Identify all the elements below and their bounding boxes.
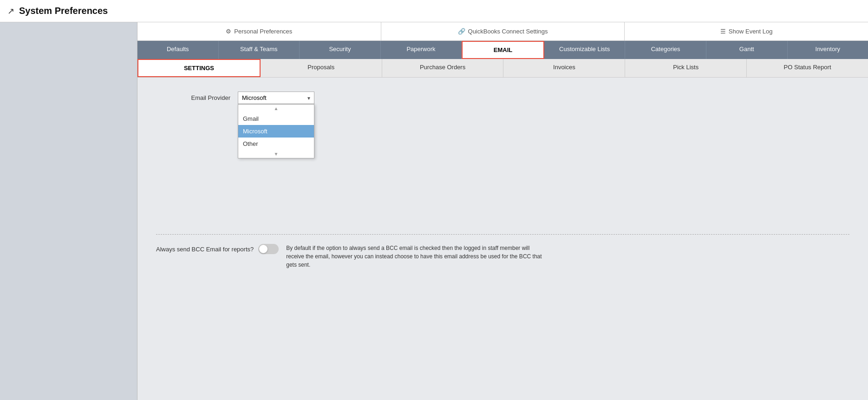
subtab-proposals[interactable]: Proposals [261,59,382,77]
nav-categories[interactable]: Categories [625,41,706,59]
scroll-up-icon: ▲ [238,105,314,112]
nav-customizable-lists[interactable]: Customizable Lists [544,41,626,59]
email-provider-row: Email Provider Microsoft ▼ ▲ Gmail Micro… [156,92,849,104]
sub-nav: SETTINGS Proposals Purchase Orders Invoi… [137,59,868,78]
nav-gantt[interactable]: Gantt [706,41,788,59]
option-microsoft[interactable]: Microsoft [238,125,314,138]
content-panel: Email Provider Microsoft ▼ ▲ Gmail Micro… [137,78,868,400]
external-link-icon: ↗ [7,6,14,16]
section-divider [156,234,849,235]
tab-personal-preferences[interactable]: ⚙ Personal Preferences [137,22,381,40]
nav-inventory[interactable]: Inventory [788,41,868,59]
content-area: ⚙ Personal Preferences 🔗 QuickBooks Conn… [137,22,868,400]
list-icon: ☰ [720,28,726,35]
nav-staff-teams[interactable]: Staff & Teams [219,41,300,59]
bcc-toggle[interactable] [258,244,279,254]
email-provider-dropdown-menu: ▲ Gmail Microsoft Other ▼ [238,104,314,158]
bcc-row: Always send BCC Email for reports? By de… [156,244,849,269]
bcc-description: By default if the option to always send … [286,244,546,269]
nav-email[interactable]: EMAIL [462,41,544,59]
bcc-label-group: Always send BCC Email for reports? [156,244,279,254]
bcc-label: Always send BCC Email for reports? [156,246,254,253]
page-title: System Preferences [19,6,108,16]
sidebar [0,22,137,400]
nav-paperwork[interactable]: Paperwork [381,41,462,59]
subtab-po-status-report[interactable]: PO Status Report [747,59,868,77]
main-layout: ⚙ Personal Preferences 🔗 QuickBooks Conn… [0,22,868,400]
scroll-down-icon: ▼ [238,150,314,158]
subtab-purchase-orders[interactable]: Purchase Orders [382,59,504,77]
quickbooks-label: QuickBooks Connect Settings [468,28,548,35]
subtab-pick-lists[interactable]: Pick Lists [625,59,747,77]
tab-quickbooks-connect[interactable]: 🔗 QuickBooks Connect Settings [381,22,625,40]
dropdown-arrow-icon: ▼ [307,95,311,100]
subtab-settings[interactable]: SETTINGS [137,59,261,77]
show-event-log-label: Show Event Log [729,28,773,35]
subtab-invoices[interactable]: Invoices [503,59,625,77]
gear-icon: ⚙ [226,28,231,35]
top-header: ↗ System Preferences [0,0,868,22]
quickbooks-icon: 🔗 [458,28,465,35]
email-provider-dropdown-wrapper: Microsoft ▼ ▲ Gmail Microsoft Other ▼ [238,92,314,104]
email-provider-label: Email Provider [156,94,230,101]
secondary-nav: Defaults Staff & Teams Security Paperwor… [137,41,868,59]
email-provider-select[interactable]: Microsoft ▼ [238,92,314,104]
top-nav: ⚙ Personal Preferences 🔗 QuickBooks Conn… [137,22,868,41]
nav-security[interactable]: Security [300,41,381,59]
nav-defaults[interactable]: Defaults [137,41,219,59]
email-provider-selected-value: Microsoft [242,94,267,101]
personal-preferences-label: Personal Preferences [234,28,292,35]
option-other[interactable]: Other [238,138,314,150]
tab-show-event-log[interactable]: ☰ Show Event Log [625,22,868,40]
option-gmail[interactable]: Gmail [238,112,314,125]
toggle-knob [259,245,268,253]
